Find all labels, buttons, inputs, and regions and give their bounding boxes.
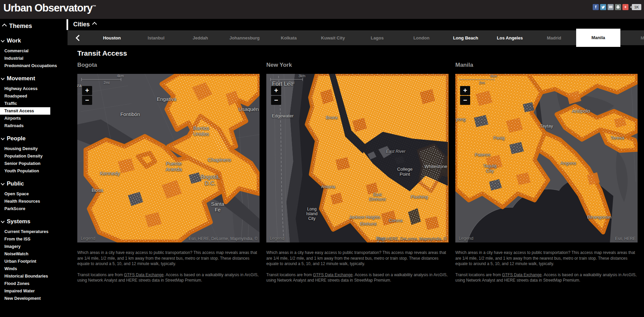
zoom-in-button[interactable]: + [271, 86, 281, 95]
map-zoom-control: + − [460, 86, 470, 105]
sidebar-item-open-space[interactable]: Open Space [0, 190, 68, 198]
map-attribution: Esri, HERE, DeLorme, MapmyIndia, © [189, 236, 258, 241]
city-jeddah[interactable]: Jeddah [178, 35, 222, 40]
sidebar-section-work[interactable]: Work [0, 32, 68, 47]
chevron-left-icon [76, 35, 82, 41]
cities-header[interactable]: Cities [73, 21, 96, 28]
city-houston[interactable]: Houston [90, 35, 134, 40]
panel-city-name: Manila [455, 62, 638, 74]
print-share-icon[interactable] [615, 4, 621, 10]
sidebar-section-people[interactable]: People [0, 129, 68, 145]
facebook-share-icon[interactable]: f [593, 4, 599, 10]
email-share-icon[interactable]: ✉ [608, 4, 614, 10]
scale-km-label: 4km [117, 74, 124, 78]
sidebar-section-systems[interactable]: Systems [0, 212, 68, 228]
twitter-share-icon[interactable] [600, 4, 606, 10]
sidebar-section-movement[interactable]: Movement [0, 69, 68, 85]
map-canvas-new-york[interactable]: Fort LeeEdgewaterBronxEast RiverCollege … [266, 74, 449, 242]
logo-text: Urban Observatory [3, 2, 92, 14]
city-m[interactable]: M [620, 35, 644, 40]
sidebar-item-airports[interactable]: Airports [0, 115, 68, 122]
city-istanbul[interactable]: Istanbul [134, 35, 178, 40]
header-divider [66, 19, 68, 30]
sidebar-item-current-temperatures[interactable]: Current Temperatures [0, 228, 68, 235]
sharethis-plus-icon[interactable]: + [622, 4, 628, 10]
panel-city-name: Bogota [77, 62, 260, 74]
sidebar-item-transit-access[interactable]: Transit Access [0, 107, 50, 115]
sidebar-item-impaired-water[interactable]: Impaired Water [0, 287, 68, 295]
sidebar-item-from-the-iss[interactable]: From the ISS [0, 235, 68, 243]
map-canvas-manila[interactable]: yongAntipoloTaytayPasigTeresaPaterosTagu… [455, 74, 638, 242]
sidebar-item-health-resources[interactable]: Health Resources [0, 198, 68, 205]
chevron-down-icon [1, 181, 4, 185]
cities-carousel: HoustonIstanbulJeddahJohannesburgKolkata… [68, 30, 644, 45]
legend-toggle[interactable]: Legend [270, 236, 284, 241]
app-logo: Urban Observatory™ [3, 2, 96, 14]
zoom-out-button[interactable]: − [271, 96, 281, 105]
gtfs-data-exchange-link[interactable]: GTFS Data Exchange [313, 272, 352, 277]
sidebar-item-industrial[interactable]: Industrial [0, 55, 68, 62]
description-paragraph: Transit locations are from GTFS Data Exc… [266, 272, 449, 283]
sidebar-item-parkscore[interactable]: ParkScore [0, 205, 68, 212]
sidebar-item-urban-footprint[interactable]: Urban Footprint [0, 258, 68, 265]
chevron-down-icon [1, 76, 4, 80]
sidebar-item-traffic[interactable]: Traffic [0, 100, 68, 107]
sidebar-item-highway-access[interactable]: Highway Access [0, 85, 68, 92]
sidebar-item-housing-density[interactable]: Housing Density [0, 145, 68, 152]
sidebar-item-imagery[interactable]: Imagery [0, 243, 68, 250]
map-zoom-control: + − [271, 86, 281, 105]
chevron-up-icon [2, 24, 7, 28]
sidebar-item-flood-zones[interactable]: Flood Zones [0, 280, 68, 287]
sidebar-section-label: Work [7, 37, 21, 44]
city-madrid[interactable]: Madrid [532, 35, 576, 40]
sidebar-item-population-density[interactable]: Population Density [0, 152, 68, 160]
themes-header[interactable]: Themes [0, 19, 68, 30]
sidebar-item-roadspeed[interactable]: Roadspeed [0, 92, 68, 100]
city-lagos[interactable]: Lagos [355, 35, 399, 40]
city-london[interactable]: London [399, 35, 444, 40]
city-kolkata[interactable]: Kolkata [267, 35, 311, 40]
sidebar-item-senior-population[interactable]: Senior Population [0, 160, 68, 167]
transit-access-map-art [266, 74, 449, 242]
map-attribution: Esri, HERE [615, 236, 636, 241]
city-long-beach[interactable]: Long Beach [444, 35, 488, 40]
sidebar-section-public[interactable]: Public [0, 175, 68, 190]
sidebar-item-railroads[interactable]: Railroads [0, 122, 68, 129]
panel-description: Which areas in a city have easy access t… [77, 250, 260, 283]
trademark-symbol: ™ [92, 4, 96, 8]
sidebar-item-historical-boundaries[interactable]: Historical Boundaries [0, 272, 68, 280]
carousel-back-button[interactable] [68, 36, 90, 40]
legend-toggle[interactable]: Legend [81, 236, 95, 241]
city-panel-bogota: Bogota [77, 62, 260, 289]
cities-title: Cities [73, 21, 90, 28]
zoom-in-button[interactable]: + [460, 86, 470, 95]
panel-description: Which areas in a city have easy access t… [266, 250, 449, 283]
map-scalebar: 4km2mi [459, 79, 494, 80]
zoom-out-button[interactable]: − [82, 96, 92, 105]
themes-title: Themes [9, 23, 32, 30]
description-paragraph: Which areas in a city have easy access t… [77, 250, 260, 267]
themes-sections: WorkCommercialIndustrialPredominant Occu… [0, 30, 68, 302]
panel-description: Which areas in a city have easy access t… [455, 250, 638, 283]
sidebar-item-new-development[interactable]: New Development [0, 295, 68, 302]
sidebar-item-commercial[interactable]: Commercial [0, 47, 68, 55]
zoom-out-button[interactable]: − [460, 96, 470, 105]
gtfs-data-exchange-link[interactable]: GTFS Data Exchange [502, 272, 541, 277]
map-canvas-bogota[interactable]: zaEngativaUsaquénFontibónBarrios UnidosC… [77, 74, 260, 242]
sidebar-item-noisewatch[interactable]: NoiseWatch [0, 250, 68, 258]
sidebar-item-predominant-occupations[interactable]: Predominant Occupations [0, 62, 68, 69]
description-paragraph: Which areas in a city have easy access t… [455, 250, 638, 267]
sidebar-item-winds[interactable]: Winds [0, 265, 68, 272]
city-johannesburg[interactable]: Johannesburg [222, 35, 267, 40]
city-kuwait-city[interactable]: Kuwait City [311, 35, 355, 40]
city-los-angeles[interactable]: Los Angeles [488, 35, 532, 40]
zoom-in-button[interactable]: + [82, 86, 92, 95]
city-manila[interactable]: Manila [576, 29, 620, 47]
chevron-down-icon [1, 219, 4, 223]
sidebar-item-youth-population[interactable]: Youth Population [0, 167, 68, 175]
legend-toggle[interactable]: Legend [459, 236, 473, 241]
scale-km-label: 3km [298, 74, 305, 78]
map-scalebar: 3km2mi [270, 79, 303, 80]
gtfs-data-exchange-link[interactable]: GTFS Data Exchange [124, 272, 163, 277]
transit-access-map-art [77, 74, 260, 242]
